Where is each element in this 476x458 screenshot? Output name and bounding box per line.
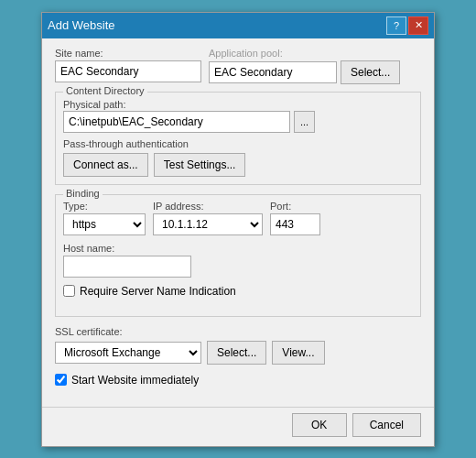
ssl-view-button[interactable]: View...: [272, 341, 324, 365]
ssl-label: SSL certificate:: [55, 326, 421, 337]
dialog-footer: OK Cancel: [42, 407, 434, 446]
dialog-title: Add Website: [48, 18, 114, 32]
sni-label: Require Server Name Indication: [80, 285, 236, 298]
start-immediately-checkbox[interactable]: [55, 374, 67, 386]
ssl-select[interactable]: Microsoft Exchange: [55, 342, 201, 364]
hostname-input[interactable]: [63, 256, 191, 278]
ssl-row: Microsoft Exchange Select... View...: [55, 341, 421, 365]
app-pool-select-button[interactable]: Select...: [341, 60, 400, 84]
type-select[interactable]: https: [63, 213, 146, 235]
port-group: Port:: [270, 201, 320, 235]
close-button[interactable]: ✕: [408, 16, 428, 35]
add-website-dialog: Add Website ? ✕ Site name: Application p…: [41, 12, 435, 447]
port-label: Port:: [270, 201, 320, 212]
dialog-body: Site name: Application pool: Select... C…: [42, 38, 434, 407]
type-label: Type:: [63, 201, 146, 212]
ok-button[interactable]: OK: [292, 413, 347, 437]
site-name-label: Site name:: [55, 48, 201, 59]
ip-group: IP address: 10.1.1.12: [153, 201, 263, 235]
site-apppool-row: Site name: Application pool: Select...: [55, 48, 421, 84]
passthrough-buttons: Connect as... Test Settings...: [63, 153, 413, 177]
ip-select[interactable]: 10.1.1.12: [153, 213, 263, 235]
connect-as-button[interactable]: Connect as...: [63, 153, 148, 177]
content-directory-section: Content Directory Physical path: ... Pas…: [55, 92, 421, 185]
title-bar-buttons: ? ✕: [386, 16, 428, 35]
physical-path-label: Physical path:: [63, 99, 125, 110]
physical-path-row: ...: [63, 111, 413, 133]
site-name-input[interactable]: [55, 60, 201, 82]
binding-section: Binding Type: https IP address: 10.1.1.1…: [55, 194, 421, 317]
hostname-group: Host name:: [63, 243, 413, 278]
cancel-button[interactable]: Cancel: [352, 413, 421, 437]
binding-type-ip-port-row: Type: https IP address: 10.1.1.12 Port:: [63, 201, 413, 235]
sni-checkbox-row: Require Server Name Indication: [63, 285, 413, 298]
hostname-label: Host name:: [63, 243, 413, 254]
type-group: Type: https: [63, 201, 146, 235]
sni-checkbox[interactable]: [63, 285, 75, 297]
start-immediately-row: Start Website immediately: [55, 374, 421, 387]
app-pool-input[interactable]: [209, 61, 337, 83]
physical-path-input[interactable]: [63, 111, 290, 133]
app-pool-group: Application pool: Select...: [209, 48, 400, 84]
passthrough-label: Pass-through authentication: [63, 138, 413, 149]
content-directory-title: Content Directory: [63, 85, 147, 96]
site-name-group: Site name:: [55, 48, 201, 84]
help-button[interactable]: ?: [386, 16, 406, 35]
title-bar: Add Website ? ✕: [42, 13, 434, 38]
ssl-section: SSL certificate: Microsoft Exchange Sele…: [55, 326, 421, 365]
start-immediately-label: Start Website immediately: [71, 374, 199, 387]
app-pool-label: Application pool:: [209, 48, 400, 59]
ip-label: IP address:: [153, 201, 263, 212]
browse-button[interactable]: ...: [294, 111, 315, 133]
port-input[interactable]: [270, 213, 320, 235]
binding-title: Binding: [63, 188, 103, 199]
test-settings-button[interactable]: Test Settings...: [154, 153, 246, 177]
ssl-select-button[interactable]: Select...: [207, 341, 266, 365]
